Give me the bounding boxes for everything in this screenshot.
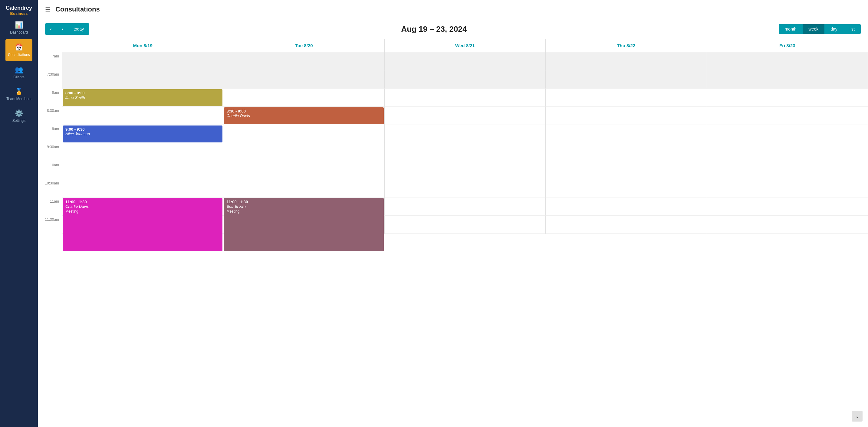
app-name: Calendrey (3, 5, 35, 11)
day-cell-thu-7[interactable] (546, 179, 707, 197)
day-cell-fri-6[interactable] (707, 161, 868, 179)
event-e2[interactable]: 8:30 - 9:00 Charlie Davis (224, 107, 383, 124)
main-content: ☰ Consultations ‹ › today Aug 19 – 23, 2… (38, 0, 868, 427)
menu-icon[interactable]: ☰ (45, 6, 51, 13)
day-cell-tue-5[interactable] (223, 143, 384, 161)
event-e1[interactable]: 8:00 - 8:30 Jane Smith (63, 89, 222, 106)
day-cell-thu-1[interactable] (546, 70, 707, 89)
day-cell-mon-1[interactable] (62, 70, 223, 89)
event-time: 9:00 - 9:30 (65, 127, 220, 132)
event-e5[interactable]: 11:00 - 1:30 Bob Brown Meeting (224, 198, 383, 251)
day-cell-tue-8[interactable]: 11:00 - 1:30 Bob Brown Meeting (223, 197, 384, 216)
day-cell-mon-7[interactable] (62, 179, 223, 197)
day-cell-fri-9[interactable] (707, 216, 868, 234)
event-time: 11:00 - 1:30 (226, 200, 381, 204)
day-cell-fri-5[interactable] (707, 143, 868, 161)
event-time: 8:00 - 8:30 (65, 91, 220, 95)
time-label-3: 8:30am (38, 107, 62, 125)
day-cell-tue-3[interactable]: 8:30 - 9:00 Charlie Davis (223, 107, 384, 125)
sidebar-item-label-clients: Clients (13, 75, 25, 79)
day-cell-wed-0[interactable] (385, 52, 546, 70)
day-cell-wed-1[interactable] (385, 70, 546, 89)
day-cell-mon-2[interactable]: 8:00 - 8:30 Jane Smith (62, 89, 223, 107)
prev-button[interactable]: ‹ (45, 23, 57, 35)
day-cell-wed-6[interactable] (385, 161, 546, 179)
calendar-grid: Mon 8/19Tue 8/20Wed 8/21Thu 8/22Fri 8/23… (38, 39, 868, 234)
sidebar-item-label-team-members: Team Members (6, 97, 31, 101)
calendar-body: Mon 8/19Tue 8/20Wed 8/21Thu 8/22Fri 8/23… (38, 39, 868, 427)
sidebar-item-label-settings: Settings (12, 119, 25, 123)
view-btn-list[interactable]: list (843, 24, 861, 34)
app-sub: Business (3, 11, 35, 16)
day-cell-tue-7[interactable] (223, 179, 384, 197)
day-header-fri: Fri 8/23 (707, 39, 868, 52)
day-cell-fri-0[interactable] (707, 52, 868, 70)
day-cell-mon-8[interactable]: 11:00 - 1:30 Charlie Davis Meeting (62, 197, 223, 216)
day-cell-thu-2[interactable] (546, 89, 707, 107)
day-cell-wed-4[interactable] (385, 125, 546, 143)
calendar-header: ‹ › today Aug 19 – 23, 2024 monthweekday… (38, 19, 868, 39)
corner-button[interactable]: ⌄ (851, 411, 863, 422)
day-cell-wed-7[interactable] (385, 179, 546, 197)
time-label-4: 9am (38, 125, 62, 143)
day-cell-tue-0[interactable] (223, 52, 384, 70)
time-label-1: 7:30am (38, 70, 62, 89)
sidebar-item-label-dashboard: Dashboard (10, 30, 28, 34)
sidebar-item-clients[interactable]: 👥 Clients (4, 62, 34, 84)
day-cell-wed-2[interactable] (385, 89, 546, 107)
topbar: ☰ Consultations (38, 0, 868, 19)
day-cell-mon-3[interactable] (62, 107, 223, 125)
day-cell-thu-4[interactable] (546, 125, 707, 143)
day-cell-fri-2[interactable] (707, 89, 868, 107)
sidebar-item-consultations[interactable]: 📅 Consultations (5, 39, 32, 61)
day-cell-wed-8[interactable] (385, 197, 546, 216)
sidebar-item-settings[interactable]: ⚙️ Settings (4, 105, 34, 127)
event-name: Bob Brown (226, 204, 381, 209)
view-btn-week[interactable]: week (803, 24, 825, 34)
day-cell-fri-8[interactable] (707, 197, 868, 216)
time-label-0: 7am (38, 52, 62, 70)
time-label-9: 11:30am (38, 216, 62, 234)
consultations-icon: 📅 (15, 43, 23, 52)
day-cell-thu-8[interactable] (546, 197, 707, 216)
event-name: Jane Smith (65, 95, 220, 100)
event-name: Charlie Davis (226, 113, 381, 118)
day-cell-fri-1[interactable] (707, 70, 868, 89)
day-cell-tue-2[interactable] (223, 89, 384, 107)
event-time: 11:00 - 1:30 (65, 200, 220, 204)
day-cell-mon-6[interactable] (62, 161, 223, 179)
day-cell-fri-3[interactable] (707, 107, 868, 125)
day-cell-tue-6[interactable] (223, 161, 384, 179)
day-cell-mon-0[interactable] (62, 52, 223, 70)
day-cell-fri-7[interactable] (707, 179, 868, 197)
event-e3[interactable]: 9:00 - 9:30 Alice Johnson (63, 126, 222, 142)
sidebar-item-team-members[interactable]: 🏅 Team Members (4, 84, 34, 105)
sidebar: Calendrey Business 📊 Dashboard📅 Consulta… (0, 0, 38, 427)
day-cell-tue-4[interactable] (223, 125, 384, 143)
day-header-thu: Thu 8/22 (546, 39, 707, 52)
day-cell-wed-5[interactable] (385, 143, 546, 161)
event-e4[interactable]: 11:00 - 1:30 Charlie Davis Meeting (63, 198, 222, 251)
app-logo: Calendrey Business (0, 0, 38, 17)
day-cell-thu-6[interactable] (546, 161, 707, 179)
sidebar-item-dashboard[interactable]: 📊 Dashboard (4, 17, 34, 39)
day-cell-thu-3[interactable] (546, 107, 707, 125)
event-type: Meeting (65, 209, 220, 214)
day-header-wed: Wed 8/21 (385, 39, 546, 52)
day-cell-tue-1[interactable] (223, 70, 384, 89)
next-button[interactable]: › (57, 23, 68, 35)
day-cell-fri-4[interactable] (707, 125, 868, 143)
day-cell-wed-9[interactable] (385, 216, 546, 234)
day-cell-wed-3[interactable] (385, 107, 546, 125)
event-name: Alice Johnson (65, 132, 220, 136)
view-btn-day[interactable]: day (825, 24, 843, 34)
day-cell-mon-5[interactable] (62, 143, 223, 161)
today-button[interactable]: today (68, 23, 89, 35)
day-cell-thu-9[interactable] (546, 216, 707, 234)
day-cell-mon-4[interactable]: 9:00 - 9:30 Alice Johnson (62, 125, 223, 143)
time-label-2: 8am (38, 89, 62, 107)
view-btn-month[interactable]: month (779, 24, 803, 34)
day-cell-thu-0[interactable] (546, 52, 707, 70)
day-cell-thu-5[interactable] (546, 143, 707, 161)
day-header-mon: Mon 8/19 (62, 39, 223, 52)
